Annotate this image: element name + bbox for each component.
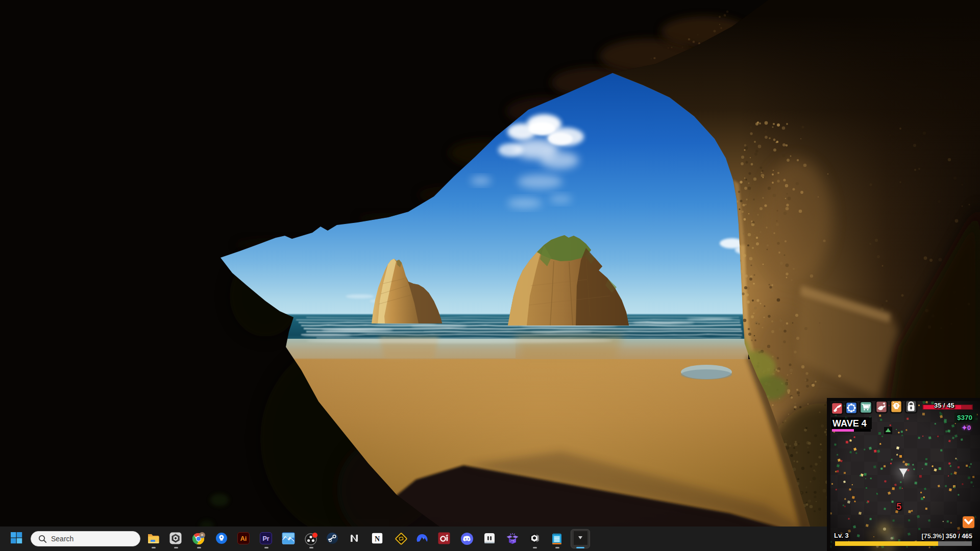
svg-text:Pr: Pr bbox=[262, 535, 269, 542]
svg-text:Ai: Ai bbox=[240, 535, 247, 542]
svg-text:N: N bbox=[375, 535, 380, 543]
